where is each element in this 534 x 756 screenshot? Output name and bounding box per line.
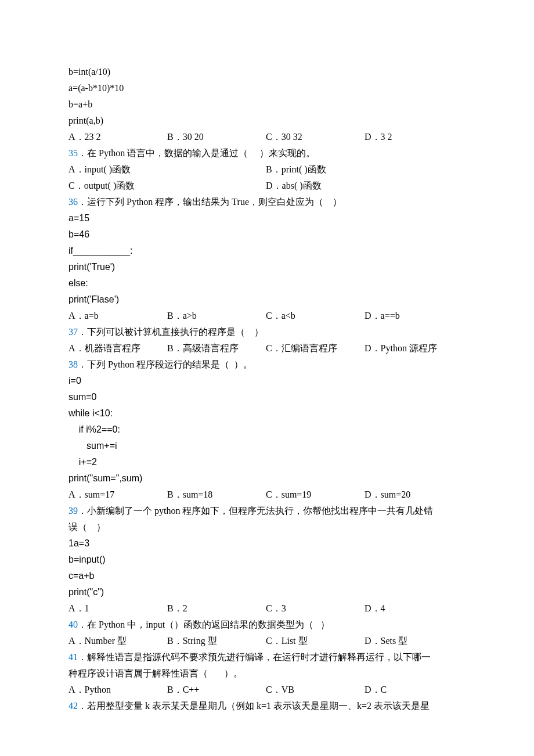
q39-stem-2: 误（ ） <box>68 519 466 535</box>
option-a: A．Python <box>68 682 167 698</box>
code-line: b=input() <box>68 552 466 568</box>
option-b: B．sum=18 <box>167 487 266 503</box>
code-line: print('True') <box>68 259 466 275</box>
question-text: ．下列 Python 程序段运行的结果是（ ）。 <box>78 359 252 369</box>
option-c: C．30 32 <box>266 129 365 145</box>
option-d: D．sum=20 <box>365 487 463 503</box>
q41-options: A．Python B．C++ C．VB D．C <box>68 682 466 698</box>
question-text: ．在 Python 中，input（）函数的返回结果的数据类型为（ ） <box>78 620 330 629</box>
option-b: B．C++ <box>167 682 266 698</box>
question-number: 40 <box>68 620 78 629</box>
q42-stem: 42．若用整型变量 k 表示某天是星期几（例如 k=1 表示该天是星期一、k=2… <box>68 698 466 714</box>
code-line: b=46 <box>68 226 466 243</box>
option-a: A．Number 型 <box>68 633 167 649</box>
code-line: a=(a-b*10)*10 <box>68 80 466 96</box>
q38-stem: 38．下列 Python 程序段运行的结果是（ ）。 <box>68 357 466 373</box>
option-c: C．VB <box>266 682 365 698</box>
question-text: ．解释性语言是指源代码不要求预先进行编译，在运行时才进行解释再运行，以下哪一 <box>78 652 431 662</box>
question-text: ．在 Python 语言中，数据的输入是通过（ ）来实现的。 <box>78 148 315 158</box>
q36-options: A．a=b B．a>b C．a<b D．a==b <box>68 308 466 324</box>
code-line: while i<10: <box>68 405 466 422</box>
q34-options: A．23 2 B．30 20 C．30 32 D．3 2 <box>68 129 466 145</box>
option-d: D．Python 源程序 <box>365 340 463 357</box>
option-b: B．String 型 <box>167 633 266 649</box>
code-line: 1a=3 <box>68 535 466 552</box>
q37-options: A．机器语言程序 B．高级语言程序 C．汇编语言程序 D．Python 源程序 <box>68 340 466 357</box>
question-number: 39 <box>68 506 78 516</box>
option-c: C．汇编语言程序 <box>266 340 365 357</box>
question-number: 35 <box>68 148 78 158</box>
q41-stem-2: 种程序设计语言属于解释性语言（ ）。 <box>68 665 466 682</box>
code-line: sum=0 <box>68 389 466 405</box>
q39-options: A．1 B．2 C．3 D．4 <box>68 600 466 617</box>
option-a: A．机器语言程序 <box>68 340 167 357</box>
question-text: ．运行下列 Python 程序，输出结果为 True，则空白处应为（ ） <box>78 197 342 207</box>
question-number: 41 <box>68 652 78 662</box>
question-number: 37 <box>68 327 78 337</box>
option-a: A．a=b <box>68 308 167 324</box>
q41-stem-1: 41．解释性语言是指源代码不要求预先进行编译，在运行时才进行解释再运行，以下哪一 <box>68 649 466 665</box>
code-line: b=a+b <box>68 96 466 113</box>
code-line: i+=2 <box>68 454 466 470</box>
option-c: C．3 <box>266 600 365 617</box>
code-line: b=int(a/10) <box>68 64 466 80</box>
option-d: D．a==b <box>365 308 463 324</box>
option-a: A．23 2 <box>68 129 167 145</box>
option-b: B．30 20 <box>167 129 266 145</box>
question-text: ．若用整型变量 k 表示某天是星期几（例如 k=1 表示该天是星期一、k=2 表… <box>78 701 430 711</box>
code-line: sum+=i <box>68 438 466 454</box>
option-b: B．高级语言程序 <box>167 340 266 357</box>
q36-stem: 36．运行下列 Python 程序，输出结果为 True，则空白处应为（ ） <box>68 194 466 210</box>
option-c: C．a<b <box>266 308 365 324</box>
code-line: else: <box>68 275 466 291</box>
option-d: D．4 <box>365 600 463 617</box>
code-line: print("c") <box>68 584 466 600</box>
option-d: D．abs( )函数 <box>266 178 463 194</box>
code-line: print("sum=",sum) <box>68 470 466 487</box>
code-line: c=a+b <box>68 568 466 584</box>
page: b=int(a/10) a=(a-b*10)*10 b=a+b print(a,… <box>0 0 534 756</box>
option-a: A．sum=17 <box>68 487 167 503</box>
code-line: i=0 <box>68 373 466 389</box>
code-line: print('Flase') <box>68 291 466 308</box>
option-d: D．C <box>365 682 463 698</box>
option-c: C．output( )函数 <box>68 178 266 194</box>
option-d: D．3 2 <box>365 129 463 145</box>
option-a: A．1 <box>68 600 167 617</box>
question-number: 36 <box>68 197 78 207</box>
code-line: print(a,b) <box>68 113 466 129</box>
q35-options-row2: C．output( )函数 D．abs( )函数 <box>68 178 466 194</box>
question-text: ．小新编制了一个 python 程序如下，但程序无法执行，你帮他找出程序中一共有… <box>78 506 433 516</box>
q37-stem: 37．下列可以被计算机直接执行的程序是（ ） <box>68 324 466 340</box>
q40-options: A．Number 型 B．String 型 C．List 型 D．Sets 型 <box>68 633 466 649</box>
code-line: if i%2==0: <box>68 422 466 438</box>
code-line: if___________: <box>68 243 466 259</box>
option-b: B．print( )函数 <box>266 161 463 178</box>
question-text: ．下列可以被计算机直接执行的程序是（ ） <box>78 327 264 337</box>
option-b: B．a>b <box>167 308 266 324</box>
option-c: C．List 型 <box>266 633 365 649</box>
q35-options-row1: A．input( )函数 B．print( )函数 <box>68 161 466 178</box>
q40-stem: 40．在 Python 中，input（）函数的返回结果的数据类型为（ ） <box>68 617 466 633</box>
question-number: 38 <box>68 359 78 369</box>
option-a: A．input( )函数 <box>68 161 266 178</box>
q38-options: A．sum=17 B．sum=18 C．sum=19 D．sum=20 <box>68 487 466 503</box>
option-b: B．2 <box>167 600 266 617</box>
q39-stem-1: 39．小新编制了一个 python 程序如下，但程序无法执行，你帮他找出程序中一… <box>68 503 466 519</box>
q35-stem: 35．在 Python 语言中，数据的输入是通过（ ）来实现的。 <box>68 145 466 161</box>
question-number: 42 <box>68 701 78 711</box>
option-c: C．sum=19 <box>266 487 365 503</box>
code-line: a=15 <box>68 210 466 226</box>
option-d: D．Sets 型 <box>365 633 463 649</box>
